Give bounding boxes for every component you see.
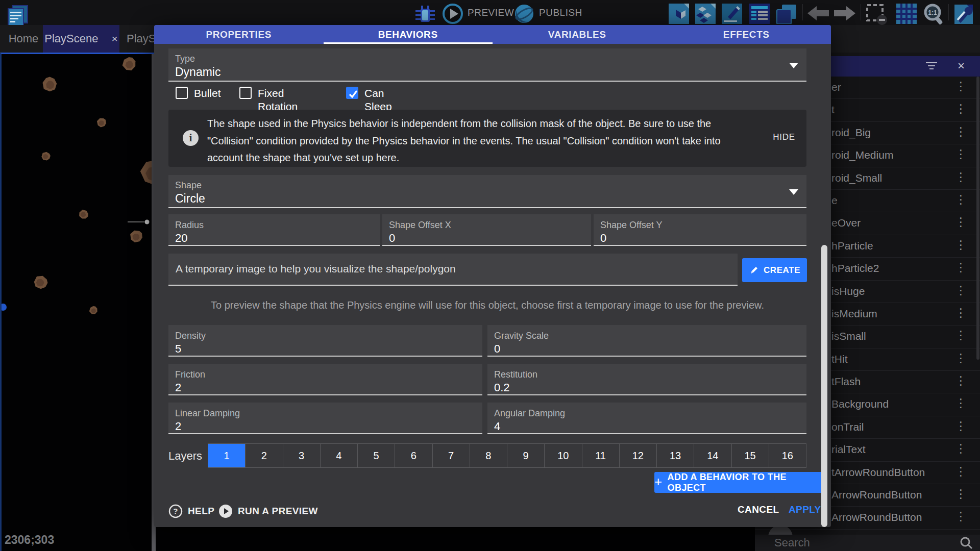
search-input[interactable] xyxy=(774,535,943,551)
asteroid[interactable] xyxy=(41,76,59,93)
project-settings-icon[interactable] xyxy=(953,4,974,25)
project-manager-icon[interactable] xyxy=(6,5,30,26)
run-preview-button[interactable]: RUN A PREVIEW xyxy=(218,504,318,518)
linear-damping-field[interactable]: Linear Damping 2 xyxy=(168,403,482,434)
item-menu-icon[interactable]: ⋮ xyxy=(955,487,967,501)
item-menu-icon[interactable]: ⋮ xyxy=(955,215,967,229)
temp-image-field[interactable]: A temporary image to help you visualize … xyxy=(168,254,738,286)
object-groups-icon[interactable] xyxy=(695,4,716,24)
tab-variables[interactable]: VARIABLES xyxy=(493,25,662,44)
preview-icon[interactable] xyxy=(442,3,463,24)
grid-icon[interactable] xyxy=(896,4,917,24)
item-menu-icon[interactable]: ⋮ xyxy=(955,306,967,320)
friction-field[interactable]: Friction 2 xyxy=(168,364,482,395)
item-menu-icon[interactable]: ⋮ xyxy=(955,125,967,139)
shape-offset-x-field[interactable]: Shape Offset X 0 xyxy=(382,214,591,246)
chevron-down-icon[interactable] xyxy=(789,63,798,68)
shape-label: Shape xyxy=(175,180,202,191)
asteroid[interactable] xyxy=(89,306,98,315)
layer-9[interactable]: 9 xyxy=(507,444,545,467)
shape-offset-y-field[interactable]: Shape Offset Y 0 xyxy=(594,214,806,246)
gravity-scale-field[interactable]: Gravity Scale 0 xyxy=(487,325,806,357)
layer-6[interactable]: 6 xyxy=(395,444,432,467)
cancel-button[interactable]: CANCEL xyxy=(738,504,779,515)
tab-behaviors[interactable]: BEHAVIORS xyxy=(324,25,493,44)
panel-close-icon[interactable]: × xyxy=(958,59,965,73)
type-select[interactable]: Type Dynamic xyxy=(168,48,806,82)
preview-label[interactable]: PREVIEW xyxy=(468,7,514,18)
debug-icon[interactable] xyxy=(412,4,437,25)
item-menu-icon[interactable]: ⋮ xyxy=(955,102,967,116)
add-behavior-button[interactable]: + ADD A BEHAVIOR TO THE OBJECT xyxy=(654,472,823,493)
tab-properties[interactable]: PROPERTIES xyxy=(154,25,324,44)
item-menu-icon[interactable]: ⋮ xyxy=(955,329,967,342)
apply-button[interactable]: APPLY xyxy=(789,504,821,515)
layers-icon[interactable] xyxy=(776,4,797,24)
create-button[interactable]: CREATE xyxy=(742,258,807,282)
asteroid[interactable] xyxy=(33,275,48,290)
tab-effects[interactable]: EFFECTS xyxy=(662,25,831,44)
scene-editor-icon[interactable] xyxy=(722,4,742,24)
item-menu-icon[interactable]: ⋮ xyxy=(955,396,967,410)
asteroid[interactable] xyxy=(95,116,108,129)
fixed-rotation-checkbox[interactable] xyxy=(239,87,252,99)
publish-label[interactable]: PUBLISH xyxy=(539,7,582,18)
layer-7[interactable]: 7 xyxy=(433,444,470,467)
item-menu-icon[interactable]: ⋮ xyxy=(955,442,967,456)
item-menu-icon[interactable]: ⋮ xyxy=(955,147,967,161)
undo-icon[interactable] xyxy=(807,6,829,20)
item-menu-icon[interactable]: ⋮ xyxy=(955,419,967,433)
item-menu-icon[interactable]: ⋮ xyxy=(955,374,967,388)
scene-objects-icon[interactable] xyxy=(669,4,689,24)
layer-3[interactable]: 3 xyxy=(283,444,321,467)
layer-10[interactable]: 10 xyxy=(545,444,582,467)
chevron-down-icon[interactable] xyxy=(789,189,798,195)
layer-8[interactable]: 8 xyxy=(470,444,507,467)
layer-15[interactable]: 15 xyxy=(732,444,769,467)
events-editor-icon[interactable] xyxy=(749,4,770,24)
asteroid[interactable] xyxy=(79,209,89,219)
bullet-checkbox[interactable] xyxy=(176,87,188,99)
zoom-reset-icon[interactable]: 1:1 xyxy=(923,4,945,26)
item-menu-icon[interactable]: ⋮ xyxy=(955,238,967,252)
panel-scrollbar[interactable] xyxy=(976,77,979,360)
deselect-icon[interactable] xyxy=(866,4,888,25)
help-button[interactable]: ? HELP xyxy=(168,504,214,518)
scene-canvas[interactable] xyxy=(2,54,156,551)
layer-1[interactable]: 1 xyxy=(208,444,246,467)
tab-playscene[interactable]: PlayScene × xyxy=(43,25,119,53)
item-menu-icon[interactable]: ⋮ xyxy=(955,261,967,274)
publish-icon[interactable] xyxy=(513,3,535,24)
layer-4[interactable]: 4 xyxy=(321,444,358,467)
layer-14[interactable]: 14 xyxy=(694,444,731,467)
layer-2[interactable]: 2 xyxy=(246,444,283,467)
layer-16[interactable]: 16 xyxy=(769,444,806,467)
item-menu-icon[interactable]: ⋮ xyxy=(955,465,967,479)
item-menu-icon[interactable]: ⋮ xyxy=(955,510,967,523)
item-menu-icon[interactable]: ⋮ xyxy=(955,170,967,184)
layer-13[interactable]: 13 xyxy=(657,444,694,467)
asteroid[interactable] xyxy=(128,228,145,245)
item-menu-icon[interactable]: ⋮ xyxy=(955,80,967,93)
radius-field[interactable]: Radius 20 xyxy=(168,214,380,246)
can-sleep-checkbox[interactable] xyxy=(346,87,358,99)
tab-close-icon[interactable]: × xyxy=(111,33,117,45)
tab-home[interactable]: Home xyxy=(5,25,42,53)
hide-button[interactable]: HIDE xyxy=(773,132,795,142)
asteroid[interactable] xyxy=(40,151,52,162)
angular-damping-field[interactable]: Angular Damping 4 xyxy=(487,403,806,434)
layer-12[interactable]: 12 xyxy=(620,444,657,467)
redo-icon[interactable] xyxy=(834,6,855,20)
asteroid[interactable] xyxy=(121,56,137,72)
item-menu-icon[interactable]: ⋮ xyxy=(955,193,967,207)
density-field[interactable]: Density 5 xyxy=(168,325,482,357)
filter-icon[interactable] xyxy=(926,62,937,70)
layer-5[interactable]: 5 xyxy=(358,444,395,467)
measure-handle[interactable] xyxy=(145,220,150,224)
shape-select[interactable]: Shape Circle xyxy=(168,175,806,208)
item-menu-icon[interactable]: ⋮ xyxy=(955,284,967,297)
layer-11[interactable]: 11 xyxy=(582,444,620,467)
dialog-scrollbar[interactable] xyxy=(821,245,827,527)
item-menu-icon[interactable]: ⋮ xyxy=(955,352,967,365)
restitution-field[interactable]: Restitution 0.2 xyxy=(487,364,806,395)
